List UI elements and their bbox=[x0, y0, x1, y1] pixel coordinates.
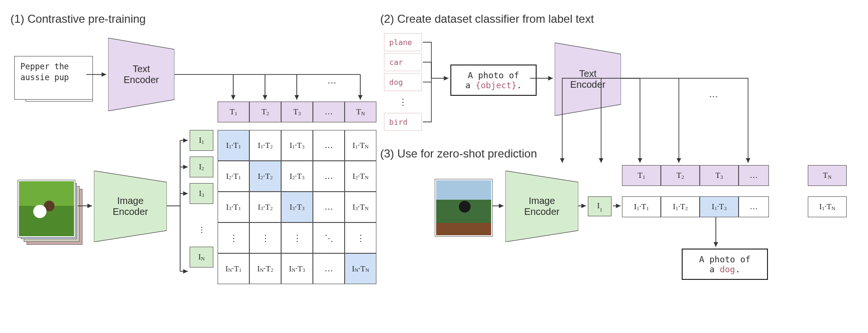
i1-cell: I1 bbox=[588, 196, 612, 216]
image-encoder-right: Image Encoder bbox=[505, 171, 578, 242]
result-box: A photo of a dog. bbox=[682, 249, 768, 280]
dot-cell: I1·T1 bbox=[622, 196, 661, 217]
heading-3: (3) Use for zero-shot prediction bbox=[380, 147, 537, 160]
svg-text:…: … bbox=[709, 89, 718, 99]
dot-cell: I1·T2 bbox=[661, 196, 700, 217]
dot-cell: … bbox=[739, 196, 769, 217]
dot-cell: I1·TN bbox=[808, 196, 847, 217]
dot-cell: I1·T3 bbox=[700, 196, 739, 217]
t-cell: TN bbox=[808, 165, 847, 186]
query-image bbox=[435, 179, 492, 236]
t-cell: T3 bbox=[700, 165, 739, 186]
t-cell: T2 bbox=[661, 165, 700, 186]
t-cell: T1 bbox=[622, 165, 661, 186]
t-cell: … bbox=[739, 165, 769, 186]
